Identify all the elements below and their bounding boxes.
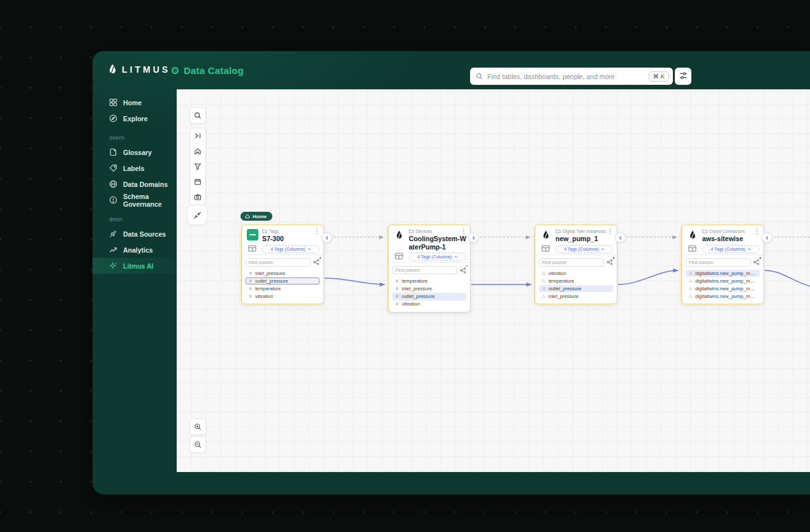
home-view-button[interactable] [190,144,205,159]
lineage-node-coolingsystem-waterpump-1[interactable]: DevicesCoolingSystem-WaterPump-14 Tags (… [388,225,471,313]
zoom-out-button[interactable] [189,436,206,453]
columns-pill[interactable]: 4 Tags (Columns) [556,245,613,253]
column-name: digitaltwins.new_pump_model.new_p... [695,270,757,276]
sidebar-item-data-sources[interactable]: Data Sources [92,226,177,242]
column-edge-3 [618,270,678,284]
lineage-node-aws-sitewise[interactable]: Cloud Connectorsaws-sitewise4 Tags (Colu… [681,225,764,304]
collapse-arrows-icon [193,211,202,219]
app-window: LITMUS Data Catalog Find tables, dashboa… [92,51,810,494]
calendar-button[interactable] [190,174,205,189]
column-row[interactable]: #outlet_pressure [246,277,320,285]
column-row[interactable]: #outlet_pressure [392,293,466,300]
litmus-logo[interactable]: LITMUS [108,64,170,75]
columns-pill-label: 4 Tags (Columns) [417,255,452,259]
attribute-type-icon: △ [541,293,546,299]
column-row[interactable]: △digitaltwins.new_pump_model.new_p... [686,293,760,300]
sidebar-item-label: Home [123,99,142,107]
find-column-input[interactable]: Find column [539,258,604,267]
node-menu-button[interactable]: ⋮ [754,228,760,235]
sidebar-item-labels[interactable]: Labels [92,160,177,176]
collapse-panel-button[interactable] [190,128,205,144]
number-type-icon: # [395,294,399,299]
globe-icon [109,180,117,188]
global-search-input[interactable]: Find tables, dashboards, people, and mor… [470,68,673,85]
column-lineage-icon[interactable] [607,259,613,265]
chevron-up-icon [454,255,458,259]
lineage-canvas[interactable]: Home TagsS7-3004 Tags (Columns)⋮Find col… [177,89,810,472]
column-name: temperature [402,278,427,284]
sidebar-item-home[interactable]: Home [92,94,177,110]
attribute-type-icon: △ [688,286,693,291]
columns-pill[interactable]: 4 Tags (Columns) [702,245,760,253]
lineage-node-new_pump_1[interactable]: Digital Twin Instancesnew_pump_14 Tags (… [534,225,617,304]
column-row[interactable]: △digitaltwins.new_pump_model.new_p... [686,285,760,293]
sidebar-item-analytics[interactable]: Analytics [92,242,177,258]
column-lineage-icon[interactable] [753,259,760,265]
sidebar-item-explore[interactable]: Explore [92,110,177,126]
home-chip-label: Home [253,214,267,219]
find-column-placeholder: Find column [689,260,713,265]
page-title: Data Catalog [184,65,244,76]
node-menu-button[interactable]: ⋮ [607,228,614,235]
column-name: temperature [549,278,574,284]
column-row[interactable]: △vibration [539,270,613,277]
column-row[interactable]: #temperature [246,285,320,293]
filter-funnel-button[interactable] [190,159,205,174]
column-name: inlet_pressure [255,270,285,276]
column-edge-4 [765,270,810,286]
column-name: digitaltwins.new_pump_model.new_p... [695,286,757,292]
column-row[interactable]: △outlet_pressure [539,285,613,293]
asset-title: S7-300 [262,235,320,243]
sidebar-item-data-domains[interactable]: Data Domains [92,176,177,192]
zoom-in-button[interactable] [189,418,206,435]
node-menu-button[interactable]: ⋮ [314,228,320,235]
search-icon [476,73,483,80]
search-settings-button[interactable] [675,68,691,85]
columns-pill[interactable]: 4 Tags (Columns) [262,245,320,253]
home-breadcrumb-chip[interactable]: Home [240,212,272,221]
column-row[interactable]: #temperature [392,277,466,285]
column-row[interactable]: △temperature [539,277,613,285]
collapse-columns-button-1[interactable] [321,232,332,243]
columns-pill[interactable]: 4 Tags (Columns) [409,253,466,261]
column-lineage-icon[interactable] [313,259,320,265]
column-row[interactable]: #vibration [392,300,466,308]
collapse-columns-button-4[interactable] [762,232,772,243]
column-lineage-icon[interactable] [460,267,466,274]
desktop-background: LITMUS Data Catalog Find tables, dashboa… [0,0,810,532]
screenshot-button[interactable] [190,189,205,205]
sidebar-item-schema-governance[interactable]: Schema Governance [92,192,177,208]
column-row[interactable]: #vibration [246,293,320,300]
column-row[interactable]: #inlet_pressure [246,270,320,277]
collapse-columns-button-3[interactable] [615,232,626,243]
table-icon [541,245,550,252]
fit-view-button[interactable] [187,205,207,225]
column-row[interactable]: #inlet_pressure [392,285,466,293]
column-name: digitaltwins.new_pump_model.new_p... [695,278,757,284]
litmus-logo-icon [108,64,117,75]
column-row[interactable]: △inlet_pressure [539,293,613,300]
find-column-input[interactable]: Find column [392,266,457,274]
canvas-search-button[interactable] [189,107,206,124]
sidebar-nav: HomeExploreovernGlossaryLabelsData Domai… [92,89,177,494]
columns-pill-label: 4 Tags (Columns) [564,247,599,251]
litmus-asset-logo [247,229,258,240]
canvas-toolbar [189,128,206,205]
number-type-icon: # [248,294,253,299]
collapse-columns-button-2[interactable] [468,232,479,243]
find-column-input[interactable]: Find column [686,258,751,267]
sidebar-item-litmus-ai[interactable]: Litmus AI [92,258,177,274]
column-row[interactable]: △digitaltwins.new_pump_model.new_p... [686,270,760,277]
column-name: vibration [402,301,420,307]
node-menu-button[interactable]: ⋮ [460,228,467,235]
lineage-node-s7-300[interactable]: TagsS7-3004 Tags (Columns)⋮Find column#i… [241,225,324,304]
attribute-type-icon: △ [541,270,546,276]
find-column-input[interactable]: Find column [246,258,311,267]
sidebar-item-label: Explore [123,115,148,122]
sidebar-item-label: Litmus AI [123,262,153,270]
sidebar-item-glossary[interactable]: Glossary [92,144,177,160]
folder-icon [262,229,267,233]
column-row[interactable]: △digitaltwins.new_pump_model.new_p... [686,277,760,285]
sidebar-section-label: dmin [92,208,177,226]
column-name: vibration [549,270,566,276]
